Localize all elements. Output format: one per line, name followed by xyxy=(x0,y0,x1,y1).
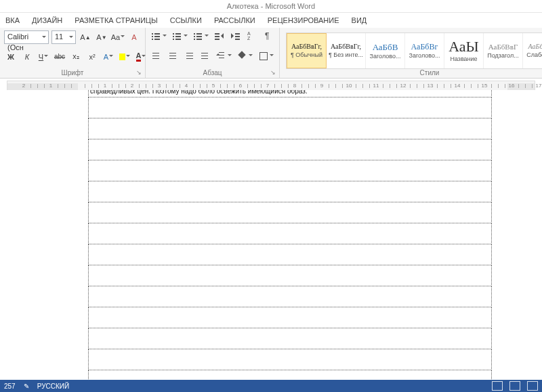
tab-view[interactable]: ВИД xyxy=(352,16,367,24)
align-left-button[interactable] xyxy=(150,50,163,62)
page-number[interactable]: 257 xyxy=(4,383,16,390)
decrease-indent-button[interactable] xyxy=(213,30,226,43)
print-layout-icon[interactable] xyxy=(509,381,520,391)
status-bar: 257 ✎ РУССКИЙ xyxy=(0,380,542,392)
paragraph-group-label: Абзац xyxy=(150,69,275,78)
group-font: Calibri (Осн 11 A▲ A▼ Aa A Ж К Ч abc x₂ … xyxy=(0,28,146,78)
increase-indent-button[interactable] xyxy=(229,30,243,43)
shrink-font-button[interactable]: A▼ xyxy=(95,31,108,43)
paragraph-dialog-launcher-icon[interactable]: ↘ xyxy=(270,69,277,76)
title-bar: Алкотека - Microsoft Word xyxy=(0,0,542,13)
subscript-button[interactable]: x₂ xyxy=(69,51,83,63)
language-indicator[interactable]: РУССКИЙ xyxy=(37,383,69,390)
table-row[interactable] xyxy=(88,160,492,181)
show-marks-button[interactable] xyxy=(262,30,275,43)
align-right-button[interactable] xyxy=(182,50,196,62)
table-row[interactable] xyxy=(88,223,492,244)
table-row[interactable] xyxy=(88,244,492,265)
spellcheck-icon[interactable]: ✎ xyxy=(24,383,29,390)
style-item[interactable]: АаБбВвГг,¶ Обычный xyxy=(287,33,327,68)
tab-paste-partial[interactable]: ВКА xyxy=(5,16,20,24)
style-item[interactable]: АаЫНазвание xyxy=(444,33,484,68)
superscript-button[interactable]: x² xyxy=(85,51,99,63)
sort-button[interactable] xyxy=(245,30,259,43)
table-row[interactable]: справедливых цен. Поэтому надо было осве… xyxy=(88,90,492,97)
multilevel-button[interactable] xyxy=(192,30,210,43)
table-row[interactable] xyxy=(88,307,492,328)
table-row[interactable] xyxy=(88,118,492,139)
ribbon: Calibri (Осн 11 A▲ A▼ Aa A Ж К Ч abc x₂ … xyxy=(0,28,542,79)
tab-review[interactable]: РЕЦЕНЗИРОВАНИЕ xyxy=(268,16,339,24)
bullets-button[interactable] xyxy=(150,30,168,43)
clear-format-button[interactable]: A xyxy=(127,31,141,43)
document-table[interactable]: справедливых цен. Поэтому надо было осве… xyxy=(88,90,492,380)
table-row[interactable] xyxy=(88,97,492,118)
tab-references[interactable]: ССЫЛКИ xyxy=(170,16,202,24)
align-center-button[interactable] xyxy=(166,50,180,62)
borders-button[interactable] xyxy=(257,50,275,62)
table-row[interactable] xyxy=(88,370,492,380)
tab-design[interactable]: ДИЗАЙН xyxy=(32,16,62,24)
style-item[interactable]: АаБбВЗаголово... xyxy=(366,33,405,68)
style-item[interactable]: АаБбВвГгСлабое в... xyxy=(523,33,542,68)
table-row[interactable] xyxy=(88,202,492,223)
font-group-label: Шрифт xyxy=(4,69,141,78)
numbering-button[interactable] xyxy=(171,30,189,43)
styles-group-label: Стили xyxy=(284,69,542,78)
tab-mailings[interactable]: РАССЫЛКИ xyxy=(214,16,255,24)
group-styles: АаБбВвГг,¶ ОбычныйАаБбВвГг,¶ Без инте...… xyxy=(280,28,542,78)
justify-button[interactable] xyxy=(199,50,212,62)
font-dialog-launcher-icon[interactable]: ↘ xyxy=(136,69,143,76)
tab-page-layout[interactable]: РАЗМЕТКА СТРАНИЦЫ xyxy=(75,16,157,24)
line-spacing-button[interactable] xyxy=(215,50,233,62)
document-area[interactable]: справедливых цен. Поэтому надо было осве… xyxy=(0,90,542,380)
shading-button[interactable] xyxy=(236,50,254,62)
text-effects-button[interactable]: A xyxy=(102,51,115,63)
table-row[interactable] xyxy=(88,265,492,286)
table-row[interactable] xyxy=(88,139,492,160)
style-item[interactable]: АаБбВгЗаголово... xyxy=(405,33,444,68)
style-item[interactable]: АаБбВвГПодзагол... xyxy=(484,33,523,68)
table-row[interactable] xyxy=(88,328,492,349)
grow-font-button[interactable]: A▲ xyxy=(79,31,92,43)
table-row[interactable] xyxy=(88,349,492,370)
highlight-button[interactable] xyxy=(118,51,131,63)
ribbon-tabs: ВКА ДИЗАЙН РАЗМЕТКА СТРАНИЦЫ ССЫЛКИ РАСС… xyxy=(0,13,542,28)
font-name-select[interactable]: Calibri (Осн xyxy=(4,30,49,44)
horizontal-ruler[interactable]: 211234567891011121314151617 xyxy=(0,79,542,91)
web-layout-icon[interactable] xyxy=(527,381,538,391)
group-paragraph: Абзац ↘ xyxy=(146,28,280,78)
table-row[interactable] xyxy=(88,286,492,307)
style-item[interactable]: АаБбВвГг,¶ Без инте... xyxy=(327,33,366,68)
read-mode-icon[interactable] xyxy=(492,381,503,391)
change-case-button[interactable]: Aa xyxy=(111,31,125,43)
underline-button[interactable]: Ч xyxy=(37,51,50,63)
table-row[interactable] xyxy=(88,181,492,202)
strike-button[interactable]: abc xyxy=(53,51,66,63)
styles-gallery: АаБбВвГг,¶ ОбычныйАаБбВвГг,¶ Без инте...… xyxy=(286,32,542,69)
font-size-select[interactable]: 11 xyxy=(51,30,76,44)
